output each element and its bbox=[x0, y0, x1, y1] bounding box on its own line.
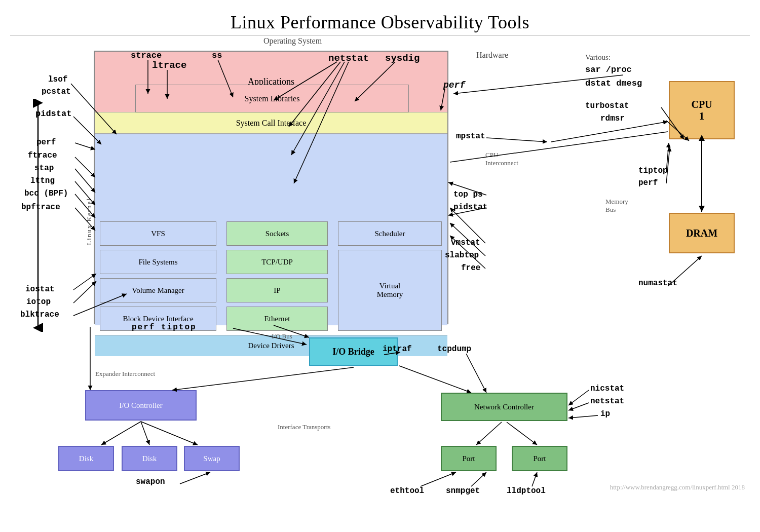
network-controller-box: Network Controller bbox=[441, 393, 567, 421]
os-box: Applications System Libraries System Cal… bbox=[94, 51, 448, 324]
snmpget-label: snmpget bbox=[446, 486, 480, 496]
virtual-memory-box: Virtual Memory bbox=[338, 250, 442, 331]
tcpudp-box: TCP/UDP bbox=[226, 250, 328, 274]
kernel-box: VFS File Systems Volume Manager Block De… bbox=[95, 134, 447, 325]
lldptool-label: lldptool bbox=[507, 486, 546, 496]
numastat-label: numastat bbox=[638, 279, 677, 288]
cpu-interconnect-label: CPU Interconnect bbox=[485, 151, 518, 167]
perf-tiptop-label: perf tiptop bbox=[132, 323, 197, 332]
svg-line-52 bbox=[568, 403, 589, 410]
os-label: Operating System bbox=[263, 36, 322, 46]
rdmsr-label: rdmsr bbox=[600, 114, 625, 123]
svg-line-46 bbox=[399, 366, 471, 393]
svg-line-51 bbox=[568, 390, 589, 405]
svg-line-43 bbox=[101, 422, 141, 445]
pidstat-right-label: pidstat bbox=[453, 203, 487, 212]
svg-line-19 bbox=[75, 169, 95, 193]
url-label: http://www.brendangregg.com/linuxperf.ht… bbox=[610, 483, 745, 491]
svg-line-53 bbox=[568, 415, 598, 418]
io-bus-label: I/O Bus bbox=[272, 332, 292, 340]
volume-manager-box: Volume Manager bbox=[100, 278, 216, 302]
sysdig-label: sysdig bbox=[385, 53, 420, 64]
svg-line-55 bbox=[471, 472, 486, 486]
system-libraries-box: System Libraries bbox=[135, 85, 409, 112]
perf-top-label: perf bbox=[443, 80, 465, 90]
tcpdump-label: tcpdump bbox=[437, 345, 471, 354]
hardware-label: Hardware bbox=[476, 51, 508, 60]
svg-line-42 bbox=[172, 367, 354, 390]
tiptop-right-label: tiptop bbox=[638, 166, 668, 175]
expander-interconnect-label: Expander Interconnect bbox=[95, 370, 155, 378]
iptraf-label: iptraf bbox=[383, 345, 412, 354]
diagram: Linux Performance Observability Tools Op… bbox=[0, 0, 760, 502]
ethtool-label: ethtool bbox=[390, 486, 424, 496]
port2-box: Port bbox=[512, 446, 567, 471]
svg-line-27 bbox=[486, 138, 547, 142]
top-ps-label: top ps bbox=[453, 190, 483, 199]
vfs-box: VFS bbox=[100, 221, 216, 246]
svg-line-44 bbox=[141, 422, 149, 445]
svg-line-23 bbox=[73, 274, 96, 290]
svg-line-38 bbox=[551, 122, 668, 142]
vertical-arrow bbox=[30, 99, 46, 332]
dstat-dmesg-label: dstat dmesg bbox=[585, 79, 642, 88]
strace-label: strace bbox=[131, 51, 162, 60]
ltrace-label: ltrace bbox=[152, 60, 186, 71]
disk1-box: Disk bbox=[58, 446, 114, 471]
vmstat-label: vmstat bbox=[451, 238, 480, 247]
filesystems-box: File Systems bbox=[100, 250, 216, 274]
free-label: free bbox=[461, 263, 480, 273]
nicstat-label: nicstat bbox=[590, 384, 624, 393]
dram-box: DRAM bbox=[669, 213, 735, 253]
svg-line-54 bbox=[421, 472, 456, 486]
io-controller-box: I/O Controller bbox=[85, 390, 197, 421]
svg-line-45 bbox=[141, 422, 198, 445]
perf-right-label: perf bbox=[638, 178, 658, 187]
svg-line-56 bbox=[532, 472, 537, 486]
sockets-box: Sockets bbox=[226, 221, 328, 246]
svg-line-50 bbox=[466, 354, 486, 393]
swapon-label: swapon bbox=[136, 477, 165, 486]
netstat-label: netstat bbox=[328, 53, 369, 64]
port1-box: Port bbox=[441, 446, 497, 471]
svg-line-18 bbox=[75, 157, 95, 177]
netstat-right-label: netstat bbox=[590, 397, 624, 406]
slabtop-label: slabtop bbox=[445, 251, 479, 260]
page-title: Linux Performance Observability Tools bbox=[0, 3, 760, 37]
syscall-layer: System Call Interface bbox=[95, 112, 447, 134]
ip-right-label: ip bbox=[600, 409, 610, 419]
svg-line-24 bbox=[73, 281, 96, 303]
svg-line-17 bbox=[75, 143, 95, 149]
cpu-box: CPU 1 bbox=[669, 81, 735, 139]
various-label: Various: bbox=[585, 53, 611, 62]
svg-line-57 bbox=[180, 472, 210, 484]
lsof-label: lsof bbox=[48, 75, 67, 84]
memory-bus-label: Memory Bus bbox=[605, 198, 628, 214]
swap-box: Swap bbox=[184, 446, 240, 471]
ethernet-box: Ethernet bbox=[226, 307, 328, 331]
svg-line-47 bbox=[476, 422, 502, 445]
disk2-box: Disk bbox=[122, 446, 177, 471]
interface-transports-label: Interface Transports bbox=[278, 423, 330, 431]
linux-kernel-label: Linux Kernel bbox=[85, 198, 93, 245]
mpstat-label: mpstat bbox=[456, 132, 485, 141]
svg-line-37 bbox=[666, 147, 670, 183]
ss-label: ss bbox=[212, 51, 222, 60]
turbostat-label: turbostat bbox=[585, 101, 629, 110]
svg-line-48 bbox=[507, 422, 537, 445]
sar-proc-label: sar /proc bbox=[585, 65, 632, 74]
scheduler-box: Scheduler bbox=[338, 221, 442, 246]
pcstat-label: pcstat bbox=[42, 87, 71, 96]
ip-box: IP bbox=[226, 278, 328, 302]
